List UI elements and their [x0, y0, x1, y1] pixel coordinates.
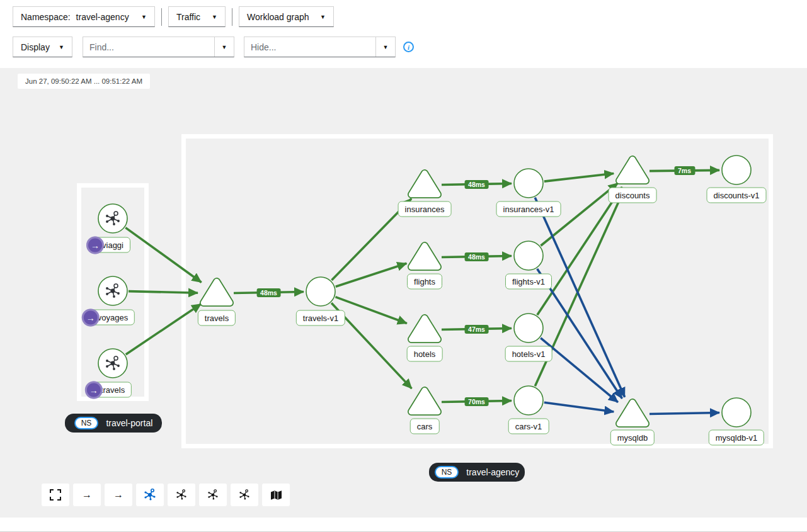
chevron-down-icon: ▼	[141, 14, 147, 20]
edge-label-discounts-to-discounts-v1[interactable]: 7ms	[674, 166, 695, 175]
node-label-cars-v1[interactable]: cars-v1	[508, 419, 549, 434]
node-label-text: flights-v1	[512, 277, 545, 286]
graph-node-cars[interactable]	[411, 390, 438, 412]
node-label-discounts[interactable]: discounts	[609, 188, 657, 203]
namespace-value: travel-agency	[76, 12, 129, 22]
right-arrow-icon: →	[113, 489, 123, 501]
node-label-voyages[interactable]: →voyages	[91, 310, 135, 325]
node-label-hotels[interactable]: hotels	[407, 346, 443, 362]
graph-node-insurances-v1[interactable]	[514, 169, 543, 198]
graph-node-discounts[interactable]	[619, 159, 646, 181]
find-group: ▼	[83, 37, 234, 57]
node-label-insurances[interactable]: insurances	[398, 201, 452, 217]
node-label-text: discounts-v1	[714, 191, 760, 200]
namespace-badge-travel-portal[interactable]: NStravel-portal	[65, 414, 162, 433]
edge-label-hotels-to-hotels-v1[interactable]: 47ms	[464, 325, 489, 334]
graph-canvas[interactable]: Jun 27, 09:50:22 AM ... 09:51:22 AM 48ms…	[0, 68, 807, 518]
graph-node-discounts-v1[interactable]	[722, 156, 751, 184]
legend-button[interactable]	[262, 484, 290, 506]
graph-node-insurances[interactable]	[411, 173, 438, 195]
hide-button[interactable]: →	[73, 484, 101, 506]
graph-node-cars-v1[interactable]	[514, 386, 543, 415]
graph-toolbar: → →	[42, 484, 290, 506]
graph-node-travels-svc[interactable]	[203, 281, 230, 303]
hide-input[interactable]	[244, 37, 375, 57]
graph-node-flights-v1[interactable]	[514, 241, 543, 270]
graph-node-mysqldb[interactable]	[619, 402, 646, 424]
node-label-travels-svc[interactable]: travels	[198, 310, 236, 326]
edge-voyages-to-travels-svc[interactable]	[129, 291, 198, 293]
layout-3-button[interactable]	[231, 484, 258, 506]
node-label-discounts-v1[interactable]: discounts-v1	[707, 188, 767, 203]
node-label-text: discounts	[615, 191, 650, 200]
namespace-badge-travel-agency[interactable]: NStravel-agency	[429, 463, 525, 482]
node-label-text: travels-v1	[303, 314, 338, 323]
node-label-text: travels	[205, 314, 229, 323]
graph-node-viaggi[interactable]	[98, 204, 127, 233]
node-label-text: travels	[101, 385, 125, 395]
chevron-down-icon: ▼	[383, 44, 389, 50]
chevron-down-icon: ▼	[59, 44, 64, 50]
node-label-text: voyages	[98, 313, 128, 322]
time-range-badge: Jun 27, 09:50:22 AM ... 09:51:22 AM	[18, 74, 150, 89]
graph-type-select[interactable]: Workload graph ▼	[239, 6, 334, 27]
find-options-button[interactable]: ▼	[214, 37, 234, 57]
find-input[interactable]	[83, 37, 214, 57]
traffic-select[interactable]: Traffic ▼	[168, 6, 226, 27]
edge-label-travels-svc-to-travels-v1[interactable]: 48ms	[256, 288, 281, 297]
ns-badge-label: travel-agency	[466, 467, 519, 477]
namespace-select[interactable]: Namespace: travel-agency ▼	[13, 6, 155, 27]
layout-default-button[interactable]	[136, 484, 164, 506]
edge-label-insurances-to-insurances-v1[interactable]: 48ms	[464, 180, 489, 189]
zoom-to-fit-button[interactable]	[42, 484, 69, 506]
graph-node-mysqldb-v1[interactable]	[722, 398, 751, 427]
node-label-hotels-v1[interactable]: hotels-v1	[505, 346, 552, 362]
ns-pill: NS	[435, 466, 459, 478]
layout-2-button[interactable]	[199, 484, 227, 506]
edge-label-cars-to-cars-v1[interactable]: 70ms	[464, 397, 489, 406]
graph-node-hotels[interactable]	[411, 318, 438, 339]
toolbar-divider	[161, 8, 162, 26]
node-label-mysqldb-v1[interactable]: mysqldb-v1	[709, 430, 764, 446]
graph-layout-icon	[144, 489, 156, 501]
node-label-text: hotels-v1	[512, 349, 546, 359]
node-label-viaggi[interactable]: →viaggi	[95, 237, 130, 253]
graph-svg	[0, 68, 807, 518]
edge-travels-portal-to-travels-svc[interactable]	[126, 304, 201, 354]
display-label: Display	[21, 42, 50, 52]
graph-type-label: Workload graph	[247, 12, 309, 22]
right-arrow-icon: →	[82, 489, 92, 501]
edge-insurances-v1-to-discounts[interactable]	[544, 173, 614, 181]
node-label-cars[interactable]: cars	[410, 419, 440, 434]
graph-node-voyages[interactable]	[98, 276, 127, 305]
edge-cars-v1-to-mysqldb[interactable]	[544, 402, 614, 412]
hide-options-button[interactable]: ▼	[375, 37, 395, 57]
map-legend-icon	[270, 490, 282, 501]
edge-label-flights-to-flights-v1[interactable]: 48ms	[464, 252, 489, 261]
graph-node-travels-portal[interactable]	[98, 349, 127, 378]
node-label-flights[interactable]: flights	[407, 274, 442, 290]
node-label-text: cars-v1	[515, 422, 542, 431]
node-label-mysqldb[interactable]: mysqldb	[610, 430, 655, 446]
graph-node-flights[interactable]	[411, 246, 438, 267]
edge-mysqldb-to-mysqldb-v1[interactable]	[650, 412, 719, 414]
display-dropdown[interactable]: Display ▼	[13, 37, 72, 57]
node-label-insurances-v1[interactable]: insurances-v1	[496, 201, 561, 217]
edge-hotels-v1-to-mysqldb[interactable]	[541, 338, 618, 402]
edge-viaggi-to-travels-svc[interactable]	[125, 228, 201, 283]
secondary-toolbar: Display ▼ ▼ ▼ i	[13, 37, 414, 57]
layout-1-button[interactable]	[168, 484, 195, 506]
info-circle-icon[interactable]: i	[403, 42, 414, 52]
node-label-travels-portal[interactable]: →travels	[94, 382, 132, 398]
node-label-text: hotels	[414, 349, 436, 359]
graph-node-hotels-v1[interactable]	[514, 314, 543, 342]
chevron-down-icon: ▼	[222, 44, 227, 50]
node-label-text: mysqldb-v1	[716, 433, 757, 443]
graph-hide-button[interactable]: →	[105, 484, 132, 506]
ns-badge-label: travel-portal	[106, 418, 152, 428]
graph-layout-icon	[207, 489, 219, 501]
node-label-text: flights	[414, 277, 435, 286]
node-label-travels-v1[interactable]: travels-v1	[296, 310, 345, 326]
graph-node-travels-v1[interactable]	[306, 277, 335, 306]
node-label-flights-v1[interactable]: flights-v1	[505, 274, 552, 290]
